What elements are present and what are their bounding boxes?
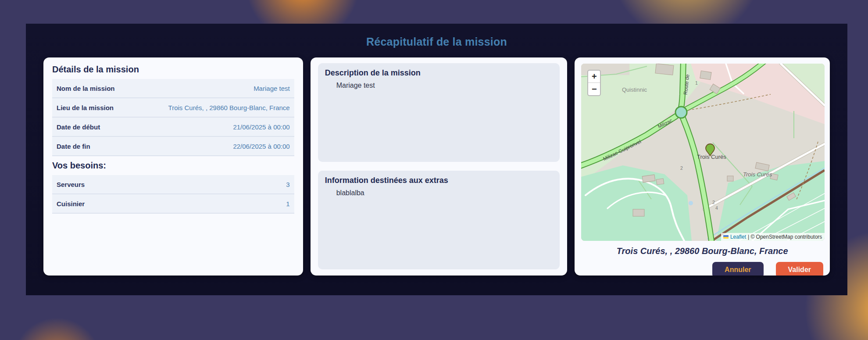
mission-summary-panel: Récapitulatif de la mission Détails de l… [26,24,847,295]
row-start-date: Date de début 21/06/2025 à 00:00 [52,118,294,137]
cancel-button[interactable]: Annuler [712,262,763,276]
description-card: Description de la mission Mariage test I… [311,57,568,276]
osm-attribution-text: | © OpenStreetMap contributors [748,234,822,240]
map-zoom-control: + − [587,70,601,96]
map-attribution: Leaflet | © OpenStreetMap contributors [721,233,825,241]
row-value: Mariage test [254,85,290,92]
leaflet-link[interactable]: Leaflet [730,234,746,240]
row-value: 1 [286,200,289,208]
extras-info-panel: Information destinées aux extras blablal… [318,171,560,269]
row-label: Nom de la mission [57,85,115,92]
row-value: 21/06/2025 à 00:00 [233,123,289,131]
extras-info-title: Information destinées aux extras [325,176,553,185]
details-rows: Nom de la mission Mariage test Lieu de l… [52,79,294,156]
zoom-in-button[interactable]: + [588,71,600,83]
map-actions: Annuler Valider [581,262,823,276]
map-svg: Quistinnic Route de Milizac Milizac-Guip… [581,64,825,241]
details-card-title: Détails de la mission [52,64,294,75]
row-value: Trois Curés, , 29860 Bourg-Blanc, France [168,104,290,111]
validate-button[interactable]: Valider [776,262,823,276]
row-value: 22/06/2025 à 00:00 [233,143,289,150]
description-panel: Description de la mission Mariage test [318,63,560,162]
row-label: Date de début [57,123,100,131]
map-label-quistinnic: Quistinnic [622,86,647,93]
details-card: Détails de la mission Nom de la mission … [43,57,303,276]
map-house-number: 4 [715,205,718,211]
map-house-number: 2 [680,165,683,171]
page-background: Récapitulatif de la mission Détails de l… [0,0,868,340]
map-pond [689,201,693,205]
row-mission-name: Nom de la mission Mariage test [52,79,294,98]
map-card: Quistinnic Route de Milizac Milizac-Guip… [575,57,830,276]
map-label-trois-cures-area: Trois Curés [743,171,772,178]
description-text: Mariage test [336,82,553,89]
row-mission-place: Lieu de la mission Trois Curés, , 29860 … [52,98,294,118]
leaflet-map[interactable]: Quistinnic Route de Milizac Milizac-Guip… [581,64,825,241]
row-value: 3 [286,181,289,188]
row-need-cuisinier: Cuisinier 1 [52,194,294,214]
needs-rows: Serveurs 3 Cuisinier 1 [52,175,294,214]
map-house-number: 2 [712,200,715,205]
selected-address-text: Trois Curés, , 29860 Bourg-Blanc, France [581,246,823,256]
row-label: Serveurs [57,181,85,188]
page-title: Récapitulatif de la mission [26,36,847,48]
row-label: Lieu de la mission [57,104,114,111]
row-end-date: Date de fin 22/06/2025 à 00:00 [52,137,294,156]
map-roundabout [675,107,687,118]
cards-row: Détails de la mission Nom de la mission … [26,57,847,276]
map-label-trois-cures: Trois Curés [697,154,726,160]
extras-info-text: blablalba [336,189,553,197]
needs-title: Vos besoins: [52,161,294,171]
zoom-out-button[interactable]: − [588,83,600,95]
ukraine-flag-icon [723,235,729,239]
row-label: Cuisinier [57,200,85,208]
description-title: Description de la mission [325,68,553,78]
row-label: Date de fin [57,143,90,150]
row-need-serveurs: Serveurs 3 [52,175,294,194]
map-house-number: 1 [695,80,698,86]
